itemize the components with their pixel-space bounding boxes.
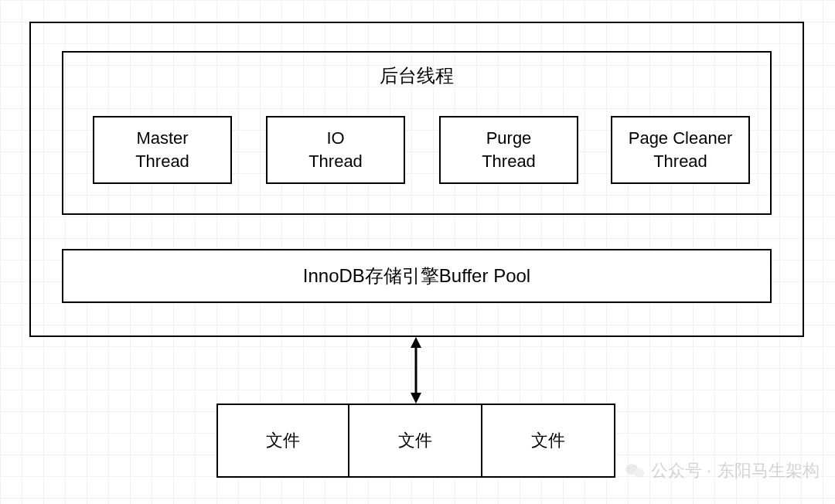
background-threads-title: 后台线程 [380,63,454,88]
wechat-icon [625,462,645,479]
thread-label: IOThread [308,127,363,172]
file-label: 文件 [266,429,300,452]
master-thread-box: MasterThread [93,116,232,184]
io-thread-box: IOThread [266,116,405,184]
watermark: 公众号 · 东阳马生架构 [625,459,820,482]
svg-marker-1 [411,337,421,348]
thread-label: MasterThread [135,127,189,172]
buffer-pool-label: InnoDB存储引擎Buffer Pool [303,264,530,288]
thread-label: Page CleanerThread [629,127,733,172]
file-box-1: 文件 [216,404,349,478]
file-label: 文件 [531,429,565,452]
page-cleaner-thread-box: Page CleanerThread [611,116,750,184]
buffer-pool-box: InnoDB存储引擎Buffer Pool [62,249,772,303]
svg-point-4 [633,468,644,478]
file-box-3: 文件 [482,404,615,478]
file-label: 文件 [398,429,432,452]
thread-label: PurgeThread [482,127,536,172]
file-box-2: 文件 [349,404,482,478]
bidirectional-arrow [408,337,424,404]
svg-marker-2 [411,393,421,404]
purge-thread-box: PurgeThread [439,116,578,184]
diagram-canvas: 后台线程 MasterThread IOThread PurgeThread P… [0,0,835,504]
watermark-prefix: 公众号 · [651,459,711,482]
watermark-name: 东阳马生架构 [717,459,820,482]
